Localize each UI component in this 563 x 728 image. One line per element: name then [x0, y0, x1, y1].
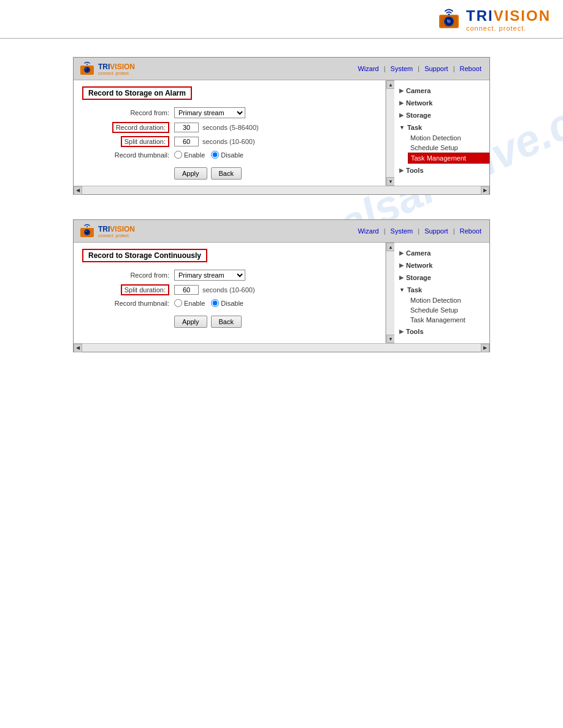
panel-1-radio-enable[interactable]: Enable — [174, 151, 205, 159]
panel-2-radio-thumbnail: Enable Disable — [174, 299, 243, 307]
svg-point-9 — [85, 68, 89, 72]
panel-2-radio-disable-input[interactable] — [211, 299, 219, 307]
logo: TRI VISION connect. protect. — [435, 6, 551, 33]
panel-2-bottom-track — [82, 344, 481, 352]
panel-2-nav-wizard[interactable]: Wizard — [354, 226, 381, 236]
panel-1-nav-support[interactable]: Support — [421, 64, 451, 74]
panel-1-label-record-from: Record from: — [94, 109, 174, 116]
panel-1-apply-button[interactable]: Apply — [174, 167, 207, 180]
panel-2-sidebar-storage-arrow: ▶ — [399, 275, 404, 281]
panel-2-input-split-duration[interactable] — [174, 285, 199, 295]
panel-1-scroll-right[interactable]: ▶ — [481, 186, 489, 195]
panel-1-sidebar-motion-detection[interactable]: Motion Detection — [408, 133, 489, 143]
panel-1-scroll-left[interactable]: ◀ — [74, 186, 82, 195]
logo-brand: TRI — [466, 7, 494, 25]
panel-2-label-split-duration-boxed: Split duration: — [121, 284, 169, 295]
panel-1-sidebar-task-label: Task — [407, 124, 422, 131]
panel-2-nav-support[interactable]: Support — [421, 226, 451, 236]
panel-1-sidebar-schedule-setup[interactable]: Schedule Setup — [408, 143, 489, 153]
panel-1-radio-enable-input[interactable] — [174, 151, 182, 159]
panel-1-sidebar-camera-arrow: ▶ — [399, 88, 404, 94]
panel-1-nav-system[interactable]: System — [388, 64, 416, 74]
panel-1-sidebar-camera-header[interactable]: ▶ Camera — [394, 85, 489, 96]
panel-1-input-split-duration[interactable] — [174, 137, 199, 146]
panel-1-sidebar-camera-label: Camera — [406, 87, 431, 94]
panel-2-back-button[interactable]: Back — [211, 316, 242, 328]
panel-2-row-record-from: Record from: Primary stream Secondary st… — [82, 270, 377, 281]
panel-2-nav-reboot[interactable]: Reboot — [457, 226, 484, 236]
panel-2-content-area: Record to Storage Continuously Record fr… — [74, 243, 489, 352]
panel-1-sidebar-storage-header[interactable]: ▶ Storage — [394, 110, 489, 121]
panel-2-sidebar-camera: ▶ Camera — [394, 248, 489, 259]
svg-point-15 — [86, 231, 87, 232]
panel-1-sidebar-task: ▼ Task Motion Detection Schedule Setup T… — [394, 122, 489, 164]
panel-1-radio-disable[interactable]: Disable — [211, 151, 243, 159]
panel-1-input-record-duration[interactable] — [174, 123, 199, 132]
panel-2-sidebar-schedule-setup[interactable]: Schedule Setup — [408, 305, 489, 315]
panel-2-sidebar-storage: ▶ Storage — [394, 272, 489, 283]
panel-1-sidebar-camera: ▶ Camera — [394, 85, 489, 96]
panel-1-back-button[interactable]: Back — [211, 167, 242, 180]
panel-2-radio-enable-input[interactable] — [174, 299, 182, 307]
panel-1-label-record-duration-boxed: Record duration: — [112, 122, 169, 133]
panel-1-sidebar-task-management[interactable]: Task Management — [408, 153, 489, 164]
panel-2-scroll-up[interactable]: ▲ — [386, 243, 395, 251]
panel-1-sidebar-network-label: Network — [406, 99, 432, 107]
panel-2-apply-button[interactable]: Apply — [174, 316, 207, 328]
panel-1-sidebar-network-arrow: ▶ — [399, 100, 404, 106]
panel-1-bottom-scrollbar: ◀ ▶ — [74, 186, 489, 194]
svg-point-16 — [86, 226, 88, 227]
panel-2-sidebar-storage-label: Storage — [406, 274, 431, 281]
panel-2-scroll-area: Record to Storage Continuously Record fr… — [74, 243, 385, 334]
panel-2-sidebar-camera-label: Camera — [406, 249, 431, 257]
panel-2-sidebar-task-management[interactable]: Task Management — [408, 315, 489, 325]
panel-2-sidebar-tools: ▶ Tools — [394, 326, 489, 337]
panel-1-sidebar-network: ▶ Network — [394, 97, 489, 108]
svg-point-14 — [85, 230, 89, 234]
panel-2-sidebar-camera-header[interactable]: ▶ Camera — [394, 248, 489, 259]
logo-text: TRI VISION connect. protect. — [466, 7, 551, 32]
panel-1-logo-icon — [79, 60, 96, 77]
panel-2-sidebar-task-header[interactable]: ▼ Task — [394, 284, 489, 295]
panel-1-nav-reboot[interactable]: Reboot — [457, 64, 484, 74]
panel-1-sidebar-task-items: Motion Detection Schedule Setup Task Man… — [394, 133, 489, 164]
panel-2-radio-disable[interactable]: Disable — [211, 299, 243, 307]
panel-2-select-record-from[interactable]: Primary stream Secondary stream — [174, 270, 245, 281]
panel-1-content: Record to Storage on Alarm Record from: … — [74, 80, 386, 186]
panel-1-radio-disable-input[interactable] — [211, 151, 219, 159]
panel-1-content-area: Record to Storage on Alarm Record from: … — [74, 80, 489, 194]
panel-2-sidebar-storage-header[interactable]: ▶ Storage — [394, 272, 489, 283]
panel-2-nav-system[interactable]: System — [388, 226, 416, 236]
panel-1-sidebar-network-header[interactable]: ▶ Network — [394, 97, 489, 108]
panel-2-scroll-left[interactable]: ◀ — [74, 344, 82, 352]
panel-1-sidebar-task-header[interactable]: ▼ Task — [394, 122, 489, 133]
panel-2-sidebar-task-items: Motion Detection Schedule Setup Task Man… — [394, 295, 489, 325]
panel-2-sidebar-motion-detection[interactable]: Motion Detection — [408, 295, 489, 305]
panel-2-radio-enable[interactable]: Enable — [174, 299, 205, 307]
panel-2-scroll-right[interactable]: ▶ — [481, 344, 489, 352]
panel-2-sidebar-tools-header[interactable]: ▶ Tools — [394, 326, 489, 337]
panel-1-nav-wizard[interactable]: Wizard — [354, 64, 381, 74]
panel-2-section-title: Record to Storage Continuously — [82, 249, 207, 262]
panel-1-section-title: Record to Storage on Alarm — [82, 86, 192, 100]
panel-1-select-record-from[interactable]: Primary stream Secondary stream — [174, 107, 245, 118]
panel-1-scroll-track — [386, 89, 394, 177]
panel-1-scroll-up[interactable]: ▲ — [386, 80, 395, 89]
panel-1-tagline: connect. protect. — [98, 71, 135, 75]
panel-1-value-split-duration: seconds (10-600) — [174, 137, 255, 146]
panel-2-row-record-thumbnail: Record thumbnail: Enable Disable — [82, 299, 377, 307]
screenshots-container: TRIVISION connect. protect. Wizard | Sys… — [0, 39, 563, 371]
panel-2-sidebar-tools-label: Tools — [406, 328, 424, 335]
panel-1-label-record-duration: Record duration: — [94, 124, 174, 131]
panel-2-label-record-from: Record from: — [94, 271, 174, 279]
panel-1-scroll-down[interactable]: ▼ — [386, 177, 395, 186]
panel-1-logo: TRIVISION connect. protect. — [79, 60, 135, 77]
panel-1-sidebar-storage-arrow: ▶ — [399, 112, 404, 118]
panel-1-sidebar-storage-label: Storage — [406, 112, 431, 119]
trivision-logo-icon — [435, 6, 462, 33]
panel-1-sidebar-tools-label: Tools — [406, 167, 424, 174]
panel-1-sidebar-tools-header[interactable]: ▶ Tools — [394, 165, 489, 176]
panel-2-sidebar-network-header[interactable]: ▶ Network — [394, 260, 489, 271]
panel-2-scroll-down[interactable]: ▼ — [386, 335, 395, 343]
panel-1-nav: Wizard | System | Support | Reboot — [354, 64, 484, 74]
